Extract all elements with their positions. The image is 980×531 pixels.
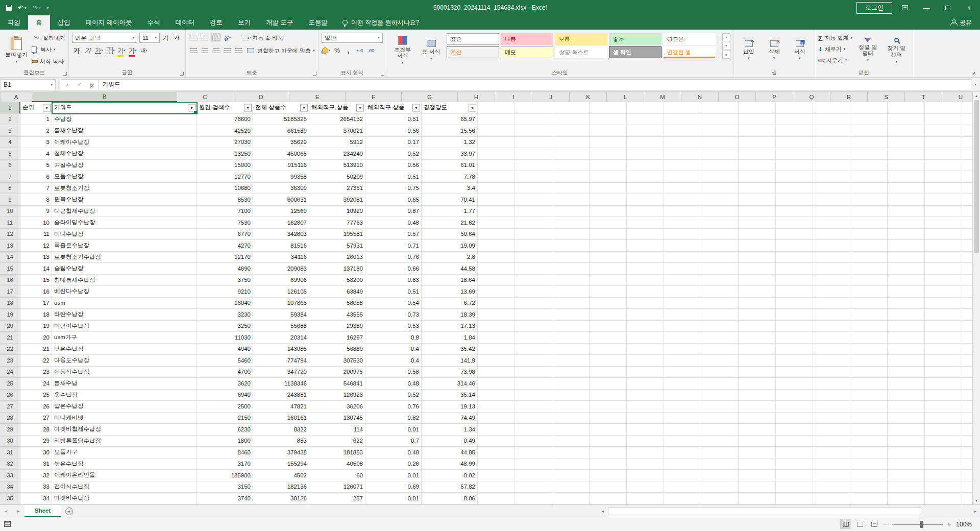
cell-J16[interactable]: [552, 275, 590, 286]
cell-B4[interactable]: 이케아수납장: [52, 137, 197, 149]
cell-U5[interactable]: [962, 148, 972, 160]
cell-T22[interactable]: [925, 344, 962, 355]
cell-S14[interactable]: [888, 252, 925, 263]
cell-S21[interactable]: [888, 332, 925, 344]
cell-M14[interactable]: [664, 252, 701, 263]
cell-N8[interactable]: [701, 183, 739, 195]
cell-K26[interactable]: [590, 390, 627, 401]
cell-S24[interactable]: [888, 367, 925, 378]
cell-D29[interactable]: 8322: [253, 424, 309, 436]
cell-L11[interactable]: [627, 217, 664, 229]
accounting-format-button[interactable]: ▾: [322, 46, 331, 55]
gallery-more-button[interactable]: ≡: [722, 51, 730, 59]
cell-O16[interactable]: [739, 275, 776, 286]
cell-B18[interactable]: usm: [52, 298, 197, 309]
cell-A31[interactable]: 30: [20, 447, 52, 458]
cell-E22[interactable]: 56889: [309, 344, 365, 355]
align-left-button[interactable]: [189, 46, 198, 55]
cell-P11[interactable]: [776, 217, 813, 229]
cell-P8[interactable]: [776, 183, 813, 195]
cell-P25[interactable]: [776, 378, 813, 390]
cell-S18[interactable]: [888, 298, 925, 309]
row-header-23[interactable]: 23: [0, 355, 20, 367]
cell-K15[interactable]: [590, 263, 627, 275]
filter-button-C1[interactable]: ▼: [244, 104, 252, 111]
cell-N30[interactable]: [701, 436, 739, 447]
cell-F19[interactable]: 0.73: [365, 309, 422, 321]
column-header-S[interactable]: S: [868, 92, 905, 102]
cell-U30[interactable]: [962, 436, 972, 447]
cell-N24[interactable]: [701, 367, 739, 378]
cell-C16[interactable]: 3750: [197, 275, 253, 286]
cell-P22[interactable]: [776, 344, 813, 355]
cell-E24[interactable]: 200975: [309, 367, 365, 378]
cell-R8[interactable]: [850, 183, 888, 195]
cell-R19[interactable]: [850, 309, 888, 321]
cell-C8[interactable]: 10680: [197, 183, 253, 195]
insert-cells-button[interactable]: + 삽입 ▾: [737, 32, 761, 69]
row-header-16[interactable]: 16: [0, 275, 20, 286]
cell-Q5[interactable]: [813, 148, 850, 160]
wrap-text-label[interactable]: 자동 줄 바꿈: [252, 34, 283, 42]
cell-R24[interactable]: [850, 367, 888, 378]
fill-button[interactable]: ⬇채우기▾: [818, 44, 853, 54]
clear-button[interactable]: 지우기▾: [818, 55, 853, 65]
cell-J21[interactable]: [552, 332, 590, 344]
cell-O7[interactable]: [739, 171, 776, 183]
cancel-entry-button[interactable]: ×: [61, 82, 74, 88]
cell-J19[interactable]: [552, 309, 590, 321]
cell-H27[interactable]: [478, 401, 515, 413]
cell-J35[interactable]: [552, 493, 590, 504]
cell-O18[interactable]: [739, 298, 776, 309]
cell-O19[interactable]: [739, 309, 776, 321]
cell-S8[interactable]: [888, 183, 925, 195]
cell-K19[interactable]: [590, 309, 627, 321]
cell-L14[interactable]: [627, 252, 664, 263]
cell-G18[interactable]: 6.72: [422, 298, 478, 309]
cell-M10[interactable]: [664, 206, 701, 218]
cell-H2[interactable]: [478, 114, 515, 126]
cell-T16[interactable]: [925, 275, 962, 286]
cell-H16[interactable]: [478, 275, 515, 286]
cell-H17[interactable]: [478, 286, 515, 298]
cell-K13[interactable]: [590, 240, 627, 252]
cell-A19[interactable]: 18: [20, 309, 52, 321]
cell-J30[interactable]: [552, 436, 590, 447]
cell-M8[interactable]: [664, 183, 701, 195]
cell-K17[interactable]: [590, 286, 627, 298]
cell-B2[interactable]: 수납장: [52, 114, 197, 126]
cell-S22[interactable]: [888, 344, 925, 355]
cell-T17[interactable]: [925, 286, 962, 298]
cell-J11[interactable]: [552, 217, 590, 229]
row-header-19[interactable]: 19: [0, 309, 20, 321]
italic-button[interactable]: 가: [83, 46, 92, 55]
cell-H14[interactable]: [478, 252, 515, 263]
font-color-button[interactable]: 가▾: [128, 46, 137, 55]
cell-B1-selected[interactable]: 키워드▼: [52, 102, 197, 114]
cell-E14[interactable]: 26013: [309, 252, 365, 263]
share-button[interactable]: 공유: [942, 15, 980, 30]
cell-M29[interactable]: [664, 424, 701, 436]
cell-S3[interactable]: [888, 125, 925, 137]
dialog-launcher-icon[interactable]: [313, 72, 316, 76]
cell-E5[interactable]: 234240: [309, 148, 365, 160]
cell-style-warning-text[interactable]: 경고문: [663, 33, 716, 45]
cell-B8[interactable]: 로봇청소기장: [52, 183, 197, 195]
cell-G34[interactable]: 57.82: [422, 481, 478, 493]
cell-C11[interactable]: 7530: [197, 217, 253, 229]
column-header-G[interactable]: G: [402, 92, 458, 102]
cell-T21[interactable]: [925, 332, 962, 344]
cell-F5[interactable]: 0.52: [365, 148, 422, 160]
cell-U33[interactable]: [962, 470, 972, 481]
cell-U18[interactable]: [962, 298, 972, 309]
cell-D11[interactable]: 162807: [253, 217, 309, 229]
cell-I13[interactable]: [515, 240, 552, 252]
underline-button[interactable]: 가▾: [94, 46, 104, 55]
cell-G26[interactable]: 35.14: [422, 390, 478, 401]
cell-O23[interactable]: [739, 355, 776, 367]
paste-button[interactable]: 붙여넣기 ▾: [3, 32, 30, 69]
cell-Q7[interactable]: [813, 171, 850, 183]
cell-K31[interactable]: [590, 447, 627, 458]
cell-C18[interactable]: 16040: [197, 298, 253, 309]
cell-F33[interactable]: 0.01: [365, 470, 422, 481]
